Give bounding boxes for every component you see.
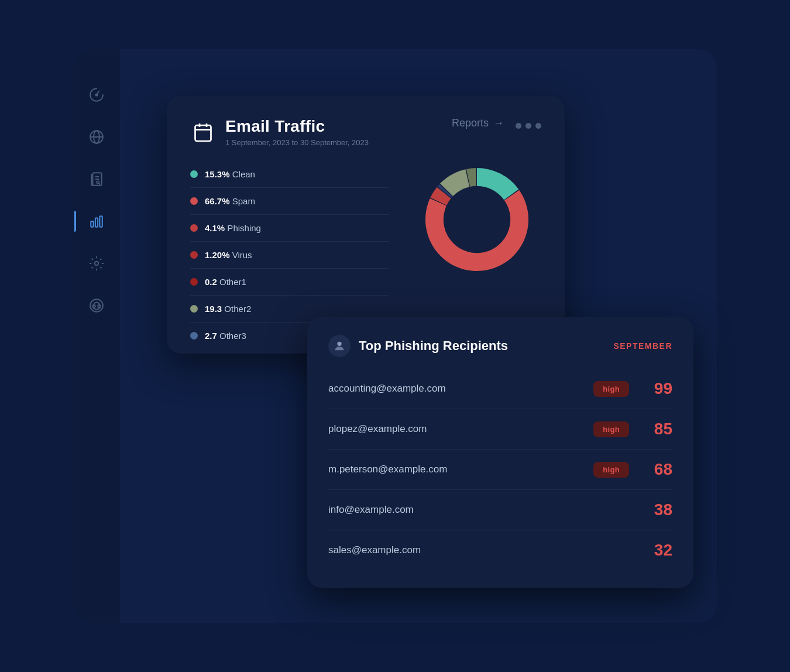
sidebar-item-support[interactable]	[86, 295, 107, 316]
svg-rect-9	[95, 218, 98, 227]
email-traffic-date: 1 September, 2023 to 30 September, 2023	[225, 138, 369, 147]
phishing-row: sales@example.com 32	[328, 530, 672, 570]
phishing-title-group: Top Phishing Recipients	[328, 335, 508, 357]
svg-rect-8	[91, 221, 93, 227]
svg-point-12	[90, 299, 103, 312]
legend-dot	[190, 251, 198, 259]
legend-pct: 15.3%	[205, 169, 230, 179]
svg-point-19	[337, 342, 341, 346]
legend-item: 1.20% Virus	[190, 242, 389, 269]
sidebar	[73, 49, 120, 623]
main-content: Email Traffic 1 September, 2023 to 30 Se…	[120, 49, 717, 623]
reports-label: Reports	[452, 117, 489, 129]
legend-dot	[190, 224, 198, 232]
legend-dot	[190, 197, 198, 205]
risk-badge: high	[593, 462, 629, 478]
dot-2	[525, 123, 531, 129]
legend-pct: 4.1%	[205, 223, 225, 233]
email-address: info@example.com	[328, 504, 601, 516]
sidebar-item-reports[interactable]	[86, 169, 107, 190]
month-label: SEPTEMBER	[613, 341, 672, 351]
person-icon	[328, 335, 351, 357]
app-container: Email Traffic 1 September, 2023 to 30 Se…	[73, 49, 717, 623]
phishing-row: accounting@example.com high 99	[328, 369, 672, 409]
svg-rect-10	[99, 216, 102, 227]
sidebar-item-settings[interactable]	[86, 253, 107, 274]
phishing-score: 68	[643, 460, 672, 479]
card-title-group: Email Traffic 1 September, 2023 to 30 Se…	[190, 117, 369, 147]
legend-label: 19.3 Other2	[205, 304, 251, 314]
phishing-card: Top Phishing Recipients SEPTEMBER accoun…	[307, 317, 693, 588]
legend-item: 15.3% Clean	[190, 161, 389, 188]
legend-label: 66.7% Spam	[205, 196, 255, 206]
phishing-score: 85	[643, 420, 672, 438]
phishing-score: 32	[643, 541, 672, 560]
email-address: sales@example.com	[328, 544, 601, 556]
legend-pct: 1.20%	[205, 250, 230, 260]
email-traffic-card: Email Traffic 1 September, 2023 to 30 Se…	[167, 96, 565, 354]
legend-pct: 19.3	[205, 304, 222, 314]
dots-menu[interactable]	[516, 123, 541, 129]
phishing-row: plopez@example.com high 85	[328, 409, 672, 450]
phishing-row: m.peterson@example.com high 68	[328, 450, 672, 490]
svg-rect-15	[195, 125, 211, 141]
phishing-score: 99	[643, 379, 672, 398]
email-traffic-title: Email Traffic	[225, 117, 369, 136]
calendar-icon	[190, 119, 216, 145]
legend-dot	[190, 332, 198, 340]
dot-3	[535, 123, 541, 129]
legend-label: 0.2 Other1	[205, 277, 246, 287]
sidebar-item-analytics[interactable]	[86, 211, 107, 232]
svg-point-11	[95, 262, 99, 266]
legend-label: 15.3% Clean	[205, 169, 255, 179]
email-address: plopez@example.com	[328, 423, 593, 435]
legend-item: 4.1% Phishing	[190, 215, 389, 242]
phishing-row: info@example.com 38	[328, 490, 672, 530]
legend-label: 4.1% Phishing	[205, 223, 261, 233]
risk-badge: high	[593, 421, 629, 437]
dot-1	[516, 123, 521, 129]
sidebar-item-speed[interactable]	[86, 84, 107, 105]
email-address: m.peterson@example.com	[328, 464, 593, 475]
reports-link[interactable]: Reports →	[452, 117, 504, 129]
phishing-title: Top Phishing Recipients	[359, 338, 508, 354]
legend-dot	[190, 305, 198, 313]
card-header: Email Traffic 1 September, 2023 to 30 Se…	[190, 117, 541, 147]
phishing-table: accounting@example.com high 99 plopez@ex…	[328, 369, 672, 570]
legend-item: 66.7% Spam	[190, 188, 389, 215]
email-address: accounting@example.com	[328, 383, 593, 395]
arrow-icon: →	[493, 117, 504, 129]
card-title-text: Email Traffic 1 September, 2023 to 30 Se…	[225, 117, 369, 147]
legend-dot	[190, 278, 198, 286]
svg-point-0	[95, 94, 97, 95]
risk-badge: high	[593, 381, 629, 397]
legend-pct: 2.7	[205, 331, 217, 341]
donut-chart	[413, 155, 541, 284]
phishing-header: Top Phishing Recipients SEPTEMBER	[328, 335, 672, 357]
legend-label: 1.20% Virus	[205, 250, 252, 260]
legend-dot	[190, 170, 198, 178]
legend-pct: 0.2	[205, 277, 217, 287]
legend-item: 0.2 Other1	[190, 269, 389, 296]
legend-pct: 66.7%	[205, 196, 230, 206]
sidebar-item-globe[interactable]	[86, 126, 107, 148]
phishing-score: 38	[643, 500, 672, 519]
legend-label: 2.7 Other3	[205, 331, 246, 341]
